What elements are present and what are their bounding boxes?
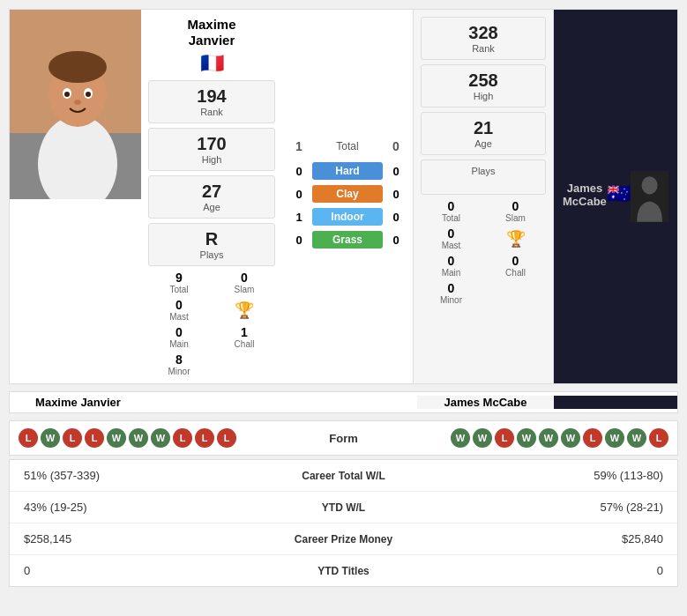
- right-player-photo: James McCabe 🇦🇺: [554, 10, 677, 383]
- form-badge-w: W: [473, 428, 492, 448]
- left-age-box: 27 Age: [148, 175, 275, 219]
- left-main-stat: 0 Main: [148, 325, 210, 349]
- right-trophy-icon: 🏆: [506, 229, 526, 249]
- form-badge-l: L: [173, 428, 192, 448]
- court-rows: 0 Hard 0 0 Clay 0 1 Indoor 0 0 Grass: [286, 162, 409, 254]
- left-stats-grid: 9 Total 0 Slam 0 Mast 🏆 0 Main: [148, 271, 275, 376]
- main-container: Maxime Janvier 🇫🇷 194 Rank 170 High 27 A…: [0, 0, 687, 597]
- left-plays-label: Plays: [153, 249, 271, 260]
- left-rank-value: 194: [153, 86, 271, 107]
- left-plays-box: R Plays: [148, 223, 275, 266]
- left-titles: 0: [24, 564, 256, 577]
- right-chall-val: 0: [485, 254, 546, 268]
- titles-row: 0 YTD Titles 0: [10, 555, 677, 586]
- form-section: LWLLWWWLLL Form WWLWWWLWWL: [9, 420, 678, 456]
- right-minor-lbl: Minor: [421, 295, 482, 305]
- left-trophy-icon: 🏆: [235, 301, 254, 320]
- left-high-box: 170 High: [148, 128, 275, 171]
- right-slam-lbl: Slam: [485, 213, 546, 223]
- left-player-name-bottom: Maxime Janvier: [10, 396, 146, 409]
- form-badge-w: W: [107, 428, 126, 448]
- left-total-val: 9: [148, 271, 210, 285]
- indoor-score-left: 1: [286, 211, 312, 224]
- player-names-row: Maxime Janvier James McCabe: [9, 391, 678, 413]
- form-badge-l: L: [649, 428, 668, 448]
- right-mast-lbl: Mast: [421, 241, 482, 250]
- career-wl-row: 51% (357-339) Career Total W/L 59% (113-…: [10, 460, 677, 492]
- form-badge-w: W: [539, 428, 558, 448]
- left-slam-stat: 0 Slam: [213, 271, 275, 294]
- right-main-lbl: Main: [421, 268, 482, 278]
- right-career-wl: 59% (113-80): [432, 469, 664, 482]
- left-mast-val: 0: [148, 298, 210, 312]
- player-comparison: Maxime Janvier 🇫🇷 194 Rank 170 High 27 A…: [9, 9, 678, 384]
- left-age-label: Age: [153, 202, 271, 212]
- form-badge-w: W: [561, 428, 580, 448]
- left-player-name: Maxime Janvier: [148, 17, 275, 48]
- left-player-flag: 🇫🇷: [148, 52, 275, 75]
- right-rank-box: 328 Rank: [421, 17, 546, 60]
- left-chall-stat: 1 Chall: [213, 325, 275, 349]
- left-prize: $258,145: [24, 532, 256, 545]
- titles-label: YTD Titles: [256, 565, 432, 577]
- stats-table: 51% (357-339) Career Total W/L 59% (113-…: [9, 459, 678, 587]
- right-titles: 0: [432, 564, 664, 577]
- left-total-stat: 9 Total: [148, 271, 210, 294]
- left-high-value: 170: [153, 134, 271, 154]
- hard-row: 0 Hard 0: [286, 162, 409, 180]
- grass-score-left: 0: [286, 234, 312, 247]
- right-player-name-bottom-row: James McCabe: [417, 396, 554, 409]
- clay-score-right: 0: [383, 188, 409, 201]
- grass-score-right: 0: [383, 234, 409, 247]
- clay-badge: Clay: [312, 185, 383, 203]
- total-label: Total: [312, 140, 383, 152]
- svg-point-9: [74, 100, 81, 105]
- right-age-label: Age: [425, 138, 541, 149]
- hard-badge: Hard: [312, 162, 383, 180]
- indoor-score-right: 0: [383, 211, 409, 224]
- left-mast-stat: 0 Mast: [148, 298, 210, 322]
- form-badge-l: L: [217, 428, 236, 448]
- left-chall-val: 1: [213, 325, 275, 339]
- svg-point-4: [49, 51, 107, 83]
- right-chall-stat: 0 Chall: [485, 254, 546, 278]
- right-mast-stat: 0 Mast: [421, 226, 482, 250]
- right-stats-grid: 0 Total 0 Slam 0 Mast 🏆 0 Main: [421, 199, 546, 305]
- left-plays-value: R: [153, 229, 271, 249]
- form-badge-w: W: [451, 428, 470, 448]
- right-slam-stat: 0 Slam: [485, 199, 546, 223]
- right-high-label: High: [425, 91, 541, 101]
- right-rank-label: Rank: [425, 43, 541, 54]
- form-badge-l: L: [495, 428, 514, 448]
- form-label: Form: [291, 432, 397, 445]
- grass-badge: Grass: [312, 231, 383, 249]
- prize-label: Career Prize Money: [256, 533, 432, 545]
- middle-panel: 1 Total 0 0 Hard 0 0 Clay 0 1 Indoor: [282, 10, 413, 383]
- right-minor-val: 0: [421, 281, 482, 295]
- svg-point-8: [86, 92, 91, 97]
- right-form: WWLWWWLWWL: [397, 428, 669, 448]
- form-badge-l: L: [19, 428, 38, 448]
- form-badge-w: W: [605, 428, 624, 448]
- form-badge-l: L: [195, 428, 214, 448]
- form-badge-w: W: [627, 428, 646, 448]
- right-age-value: 21: [425, 118, 541, 138]
- left-player-photo: [10, 10, 141, 199]
- form-badge-w: W: [517, 428, 536, 448]
- right-prize: $25,840: [432, 532, 664, 545]
- right-mast-val: 0: [421, 226, 482, 241]
- left-career-wl: 51% (357-339): [24, 469, 256, 482]
- left-form: LWLLWWWLLL: [19, 428, 291, 448]
- right-rank-value: 328: [425, 23, 541, 43]
- clay-score-left: 0: [286, 188, 312, 201]
- left-main-lbl: Main: [148, 339, 210, 349]
- left-minor-lbl: Minor: [148, 367, 210, 376]
- left-age-value: 27: [153, 182, 271, 202]
- form-badge-l: L: [583, 428, 602, 448]
- prize-row: $258,145 Career Prize Money $25,840: [10, 523, 677, 555]
- right-trophy-cell: 🏆: [485, 226, 546, 250]
- right-slam-val: 0: [485, 199, 546, 213]
- grass-row: 0 Grass 0: [286, 231, 409, 249]
- right-high-box: 258 High: [421, 64, 546, 108]
- right-plays-box: Plays: [421, 160, 546, 195]
